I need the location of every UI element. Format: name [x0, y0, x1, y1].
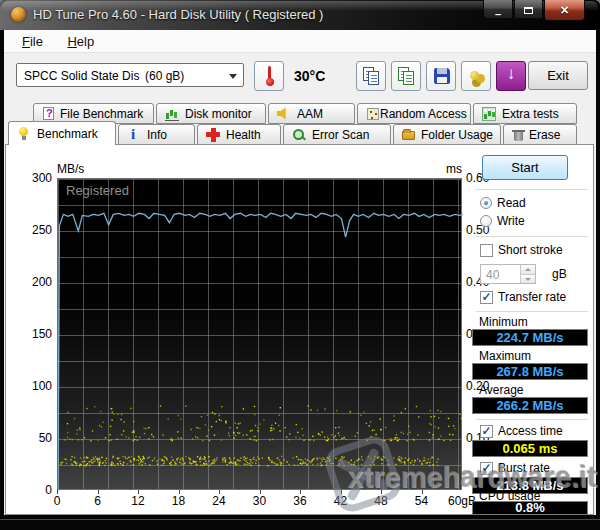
x-tick-label: 36: [290, 494, 310, 508]
save-icon: [434, 68, 450, 84]
write-radio[interactable]: Write: [480, 214, 525, 228]
transfer-rate-line: [58, 213, 463, 491]
chevron-down-icon: [229, 74, 237, 79]
x-tick-mark: [300, 490, 301, 494]
x-tick-mark: [179, 490, 180, 494]
menu-help[interactable]: Help: [65, 34, 96, 49]
x-tick-mark: [219, 490, 220, 494]
read-radio[interactable]: Read: [480, 196, 526, 210]
radio-icon: [480, 197, 492, 209]
down-arrow-icon: ↓: [507, 64, 516, 83]
maximize-icon: [524, 7, 533, 14]
tab-folder-usage[interactable]: Folder Usage: [393, 124, 501, 145]
tab-erase[interactable]: Erase: [503, 124, 577, 145]
tab-health[interactable]: Health: [197, 124, 281, 145]
exit-button[interactable]: Exit: [528, 61, 588, 90]
folder-icon: [402, 131, 415, 140]
separator: [476, 311, 588, 312]
close-button[interactable]: ×: [544, 0, 585, 21]
x-tick-label: 54: [412, 494, 432, 508]
y-left-tick-label: 50: [26, 431, 52, 445]
x-tick-label: 30: [250, 494, 270, 508]
x-tick-label: 6: [88, 494, 108, 508]
x-tick-mark: [57, 490, 58, 494]
info-icon: [127, 128, 141, 142]
maximize-button[interactable]: [514, 0, 543, 19]
short-stroke-unit: gB: [552, 267, 567, 281]
tab-benchmark[interactable]: Benchmark: [8, 121, 116, 145]
separator: [476, 419, 588, 420]
drive-name: SPCC Solid State Dis: [24, 69, 139, 83]
minimum-value: 224.7 MB/s: [472, 329, 588, 346]
x-tick-label: 24: [209, 494, 229, 508]
tab-aam[interactable]: AAM: [268, 103, 355, 124]
window-title: HD Tune Pro 4.60 - Hard Disk Utility ( R…: [33, 7, 323, 22]
menu-file[interactable]: File: [20, 34, 45, 49]
y-left-tick-label: 300: [26, 171, 52, 185]
y-left-tick-label: 150: [26, 327, 52, 341]
lamp-icon: [17, 127, 31, 141]
tab-info[interactable]: Info: [118, 124, 195, 145]
y-left-axis-unit: MB/s: [57, 162, 84, 176]
extra-tests-icon: [482, 107, 496, 121]
chart-canvas: [58, 179, 463, 491]
x-tick-label: 18: [169, 494, 189, 508]
short-stroke-size-input[interactable]: 40: [480, 264, 536, 284]
tab-extra-tests[interactable]: Extra tests: [473, 103, 577, 124]
drive-select-dropdown[interactable]: SPCC Solid State Dis (60 gB): [16, 63, 244, 87]
separator: [476, 189, 588, 190]
download-button[interactable]: ↓: [496, 61, 526, 91]
save-button[interactable]: [426, 61, 456, 91]
tab-random-access[interactable]: Random Access: [357, 103, 471, 124]
transfer-rate-checkbox[interactable]: ✓ Transfer rate: [480, 290, 566, 304]
spin-down-button[interactable]: [521, 274, 535, 283]
app-icon: [11, 7, 26, 22]
app-window: HD Tune Pro 4.60 - Hard Disk Utility ( R…: [0, 0, 600, 530]
access-time-scatter: [60, 405, 462, 466]
temperature-value: 30°C: [294, 68, 325, 84]
y-right-axis-unit: ms: [430, 162, 462, 176]
cpu-usage-value: 0.8%: [472, 501, 588, 515]
access-time-checkbox[interactable]: ✓ Access time: [480, 424, 563, 438]
minimize-button[interactable]: –: [483, 0, 513, 19]
tab-error-scan[interactable]: Error Scan: [283, 124, 391, 145]
temperature-button[interactable]: [254, 61, 284, 91]
average-label: Average: [479, 383, 523, 397]
window-frame-line: [0, 519, 600, 520]
checkbox-icon: ✓: [480, 291, 493, 304]
copy-image-button[interactable]: [391, 61, 421, 91]
minimum-label: Minimum: [479, 315, 528, 329]
health-icon: [206, 128, 220, 142]
y-left-tick-label: 200: [26, 275, 52, 289]
magnifier-icon: [292, 128, 306, 142]
separator: [476, 236, 588, 237]
coins-icon: [470, 71, 479, 80]
checkbox-icon: [480, 244, 493, 257]
drive-size: (60 gB): [145, 69, 184, 83]
close-icon: ×: [560, 2, 568, 18]
options-button[interactable]: [461, 61, 491, 91]
x-tick-label: 12: [128, 494, 148, 508]
maximum-label: Maximum: [479, 349, 531, 363]
copy-text-button[interactable]: [356, 61, 386, 91]
tab-disk-monitor[interactable]: Disk monitor: [156, 103, 266, 124]
y-left-tick-label: 100: [26, 379, 52, 393]
average-value: 266.2 MB/s: [472, 397, 588, 414]
x-tick-mark: [138, 490, 139, 494]
file-benchmark-icon: [43, 107, 54, 120]
start-button[interactable]: Start: [482, 155, 568, 180]
benchmark-chart: Registered: [57, 178, 462, 490]
x-tick-mark: [260, 490, 261, 494]
radio-icon: [480, 215, 492, 227]
spinner-buttons: [520, 265, 535, 283]
x-tick-label: 0: [47, 494, 67, 508]
menu-bar: File Help: [4, 30, 596, 53]
disk-monitor-icon: [165, 107, 179, 121]
dice-icon: [367, 108, 379, 120]
short-stroke-checkbox[interactable]: Short stroke: [480, 243, 563, 257]
spin-up-button[interactable]: [521, 265, 535, 274]
access-time-value: 0.065 ms: [472, 440, 588, 457]
trash-icon: [514, 130, 523, 141]
x-tick-mark: [98, 490, 99, 494]
y-left-tick-label: 250: [26, 223, 52, 237]
